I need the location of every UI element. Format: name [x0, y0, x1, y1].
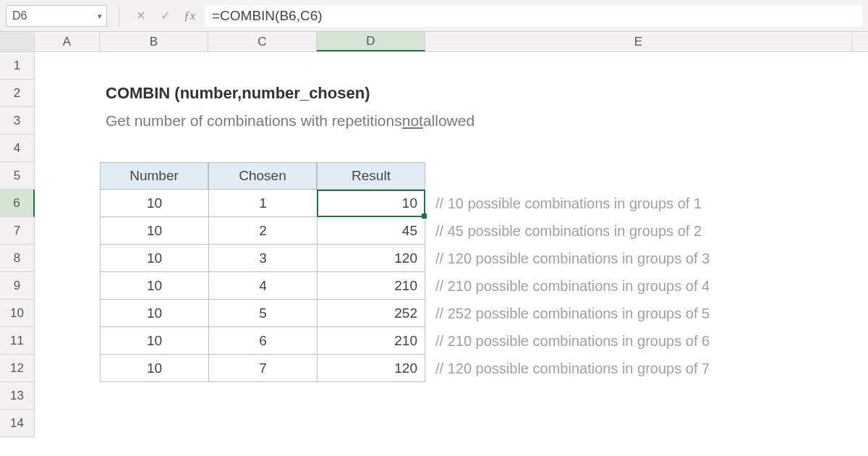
- cell[interactable]: [35, 245, 100, 272]
- cell-comment[interactable]: // 120 possible combinations in groups o…: [425, 355, 852, 382]
- cell-comment[interactable]: // 210 possible combinations in groups o…: [425, 272, 852, 300]
- cell[interactable]: [35, 135, 100, 162]
- cell-result[interactable]: 252: [317, 300, 425, 327]
- cell[interactable]: [35, 300, 100, 327]
- cell-comment[interactable]: // 120 possible combinations in groups o…: [425, 245, 852, 272]
- cell[interactable]: [208, 52, 317, 80]
- cell[interactable]: [208, 107, 317, 135]
- cell-number[interactable]: 10: [100, 190, 208, 217]
- table-header-number[interactable]: Number: [100, 162, 208, 190]
- row-header[interactable]: 10: [0, 300, 35, 327]
- table-row: 10 7 120 // 120 possible combinations in…: [35, 355, 868, 382]
- cell-result[interactable]: 10: [317, 190, 425, 217]
- cell-chosen[interactable]: 3: [208, 245, 317, 272]
- cell[interactable]: [35, 52, 100, 80]
- row-header[interactable]: 9: [0, 272, 35, 300]
- cell[interactable]: [100, 135, 208, 162]
- cell-number[interactable]: 10: [100, 245, 208, 272]
- row-header[interactable]: 8: [0, 245, 35, 272]
- cell-chosen[interactable]: 4: [208, 272, 317, 300]
- cell[interactable]: [317, 382, 425, 410]
- cell[interactable]: [317, 107, 425, 135]
- cell-result[interactable]: 45: [317, 217, 425, 245]
- cell[interactable]: [208, 80, 317, 107]
- cell-result[interactable]: 120: [317, 355, 425, 382]
- cell[interactable]: [425, 162, 852, 190]
- cell-number[interactable]: 10: [100, 217, 208, 245]
- cell-chosen[interactable]: 7: [208, 355, 317, 382]
- cell[interactable]: [100, 410, 208, 437]
- cell-number[interactable]: 10: [100, 327, 208, 355]
- row-header[interactable]: 12: [0, 355, 35, 382]
- grid-row: Number Chosen Result: [35, 162, 868, 190]
- cell-result[interactable]: 210: [317, 272, 425, 300]
- cell[interactable]: [317, 410, 425, 437]
- row-header[interactable]: 7: [0, 217, 35, 245]
- grid-row: [35, 410, 868, 437]
- cell[interactable]: [425, 135, 852, 162]
- col-header-d[interactable]: D: [317, 32, 425, 51]
- spreadsheet-grid[interactable]: A B C D E 1 2 3 4 5 6 7 8 9 10 11 12 13 …: [0, 32, 868, 52]
- col-header-c[interactable]: C: [208, 32, 317, 51]
- cell[interactable]: [35, 327, 100, 355]
- select-all-corner[interactable]: [0, 32, 35, 51]
- cell[interactable]: [425, 80, 852, 107]
- row-header[interactable]: 5: [0, 162, 35, 190]
- cell-chosen[interactable]: 5: [208, 300, 317, 327]
- cell[interactable]: [317, 135, 425, 162]
- cell[interactable]: [208, 382, 317, 410]
- cell-comment[interactable]: // 252 possible combinations in groups o…: [425, 300, 852, 327]
- cell[interactable]: [35, 410, 100, 437]
- cell[interactable]: [425, 107, 852, 135]
- row-header[interactable]: 11: [0, 327, 35, 355]
- cell[interactable]: [425, 410, 852, 437]
- cell[interactable]: [317, 80, 425, 107]
- formula-bar: D6 ▾ ✕ ✓ ƒx =COMBIN(B6,C6): [0, 0, 868, 32]
- col-header-e[interactable]: E: [425, 32, 852, 51]
- cell-number[interactable]: 10: [100, 300, 208, 327]
- cell[interactable]: [208, 410, 317, 437]
- cell[interactable]: [35, 355, 100, 382]
- cell[interactable]: [317, 52, 425, 80]
- cell-result[interactable]: 120: [317, 245, 425, 272]
- cell[interactable]: [425, 52, 852, 80]
- row-header[interactable]: 3: [0, 107, 35, 135]
- table-header-chosen[interactable]: Chosen: [208, 162, 317, 190]
- cell-result[interactable]: 210: [317, 327, 425, 355]
- row-header[interactable]: 2: [0, 80, 35, 107]
- cell-comment[interactable]: // 210 possible combinations in groups o…: [425, 327, 852, 355]
- row-header[interactable]: 6: [0, 190, 35, 217]
- cell[interactable]: [35, 162, 100, 190]
- cell[interactable]: [35, 190, 100, 217]
- cell[interactable]: [35, 80, 100, 107]
- cell-comment[interactable]: // 10 possible combinations in groups of…: [425, 190, 852, 217]
- row-header[interactable]: 4: [0, 135, 35, 162]
- cell-chosen[interactable]: 6: [208, 327, 317, 355]
- col-header-a[interactable]: A: [35, 32, 100, 51]
- cells-area[interactable]: COMBIN (number,number_chosen) Get number…: [35, 52, 868, 437]
- cell[interactable]: [100, 382, 208, 410]
- cell[interactable]: [425, 382, 852, 410]
- row-header[interactable]: 13: [0, 382, 35, 410]
- table-header-result[interactable]: Result: [317, 162, 425, 190]
- cell-number[interactable]: 10: [100, 272, 208, 300]
- name-box-dropdown-icon[interactable]: ▾: [98, 11, 102, 20]
- cell[interactable]: [35, 382, 100, 410]
- cell[interactable]: [35, 107, 100, 135]
- col-header-b[interactable]: B: [100, 32, 208, 51]
- cell-chosen[interactable]: 2: [208, 217, 317, 245]
- cell-comment[interactable]: // 45 possible combinations in groups of…: [425, 217, 852, 245]
- cell-number[interactable]: 10: [100, 355, 208, 382]
- subtitle-cell[interactable]: Get number of combinations with repetiti…: [100, 107, 208, 135]
- formula-input[interactable]: =COMBIN(B6,C6): [205, 5, 862, 27]
- row-header[interactable]: 1: [0, 52, 35, 80]
- fx-icon[interactable]: ƒx: [180, 7, 199, 25]
- cell[interactable]: [35, 272, 100, 300]
- cell[interactable]: [208, 135, 317, 162]
- title-cell[interactable]: COMBIN (number,number_chosen): [100, 80, 208, 107]
- cell[interactable]: [100, 52, 208, 80]
- cell-chosen[interactable]: 1: [208, 190, 317, 217]
- name-box[interactable]: D6 ▾: [6, 5, 107, 27]
- row-header[interactable]: 14: [0, 410, 35, 437]
- cell[interactable]: [35, 217, 100, 245]
